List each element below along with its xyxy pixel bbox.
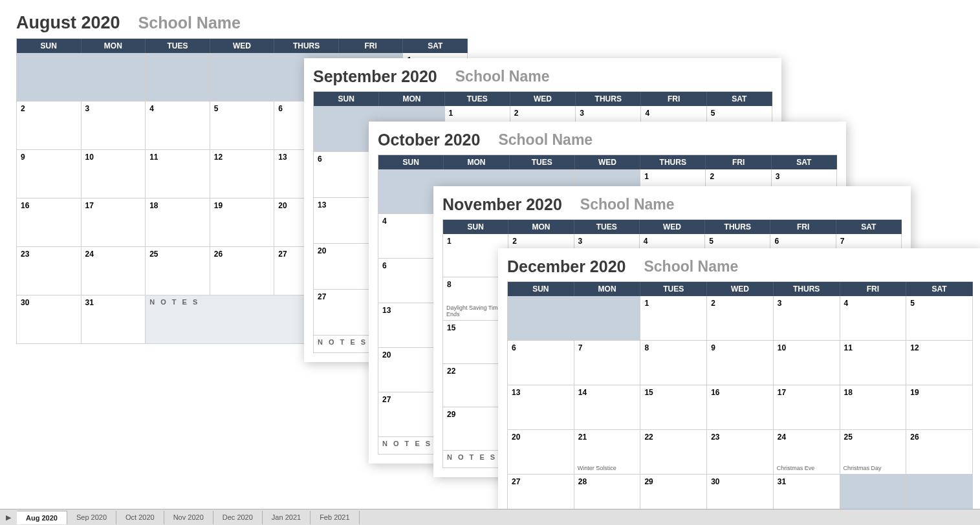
day-number: 23 — [21, 250, 29, 259]
day-header: SUN — [508, 282, 574, 296]
calendar-cell[interactable]: 9 — [707, 341, 774, 385]
calendar-cell[interactable]: 3 — [774, 296, 840, 341]
sheet-tab[interactable]: Oct 2020 — [116, 511, 164, 524]
notes-label: N O T E S — [447, 453, 497, 461]
day-header: SAT — [906, 282, 973, 296]
day-number: 6 — [318, 155, 322, 164]
day-header: THURS — [774, 282, 840, 296]
calendar-december: December 2020 School Name SUNMONTUESWEDT… — [498, 248, 980, 525]
calendar-cell[interactable]: 19 — [906, 385, 973, 430]
calendar-cell[interactable]: 18 — [840, 385, 907, 430]
day-number: 20 — [512, 433, 520, 442]
calendar-cell[interactable]: 24 — [82, 247, 146, 295]
calendar-cell[interactable]: 24Christmas Eve — [774, 430, 840, 475]
calendar-cell[interactable] — [146, 53, 210, 102]
event-label: Christmas Eve — [777, 466, 815, 472]
day-header: SUN — [378, 155, 444, 169]
calendar-cell[interactable]: 4 — [146, 102, 210, 150]
day-header: SAT — [403, 39, 468, 53]
calendar-cell[interactable]: 5 — [210, 102, 275, 150]
calendar-cell[interactable]: 20 — [508, 430, 574, 475]
day-number: 30 — [21, 298, 29, 307]
calendar-cell[interactable]: 10 — [82, 150, 146, 198]
calendar-cell[interactable]: 16 — [707, 385, 774, 430]
calendar-title-row: September 2020 School Name — [313, 67, 772, 91]
day-number: 6 — [774, 237, 779, 246]
calendar-cell[interactable]: 7 — [574, 341, 641, 385]
calendar-cell[interactable]: 14 — [574, 385, 641, 430]
day-number: 3 — [85, 104, 90, 113]
calendar-cell[interactable]: 30 — [17, 295, 82, 344]
calendar-cell[interactable] — [17, 53, 82, 102]
day-number: 4 — [149, 104, 154, 113]
day-number: 3 — [580, 109, 584, 118]
day-number: 26 — [214, 250, 223, 259]
calendar-cell[interactable]: 10 — [774, 341, 840, 385]
sheet-tab[interactable]: Sep 2020 — [67, 511, 116, 524]
calendar-cell[interactable]: 22 — [640, 430, 707, 475]
sheet-tab[interactable]: Dec 2020 — [213, 511, 263, 524]
calendar-cell[interactable]: 2 — [707, 296, 774, 341]
calendar-cell[interactable] — [210, 53, 275, 102]
calendar-cell[interactable]: 13 — [508, 385, 574, 430]
calendar-cell[interactable]: 8 — [640, 341, 707, 385]
day-header: WED — [210, 39, 275, 53]
day-number: 6 — [278, 104, 283, 113]
calendar-cell[interactable]: 25 — [146, 247, 210, 295]
sheet-tab[interactable]: Jan 2021 — [263, 511, 310, 524]
day-number: 16 — [711, 388, 719, 397]
calendar-cell[interactable]: 19 — [210, 198, 275, 247]
day-number: 13 — [512, 388, 520, 397]
calendar-cell[interactable]: 9 — [17, 150, 82, 198]
calendar-cell[interactable]: 17 — [774, 385, 840, 430]
day-number: 2 — [710, 172, 714, 181]
event-label: Winter Solstice — [578, 466, 616, 472]
day-number: 30 — [711, 477, 719, 486]
sheet-tab[interactable]: Aug 2020 — [17, 511, 67, 524]
calendar-cell[interactable]: 21Winter Solstice — [574, 430, 641, 475]
calendar-cell[interactable]: 2 — [17, 102, 82, 150]
calendar-cell[interactable]: 1 — [640, 296, 707, 341]
day-number: 28 — [578, 477, 587, 486]
day-number: 6 — [512, 343, 516, 352]
day-header: SAT — [836, 220, 902, 234]
calendar-cell[interactable]: 12 — [906, 341, 973, 385]
day-number: 2 — [514, 109, 519, 118]
calendar-cell[interactable]: 25Christmas Day — [840, 430, 907, 475]
day-header: FRI — [770, 220, 836, 234]
day-header: SUN — [17, 39, 82, 53]
calendar-cell[interactable]: 31 — [82, 295, 146, 344]
calendar-cell[interactable]: 15 — [640, 385, 707, 430]
sheet-tab[interactable]: Feb 2021 — [310, 511, 359, 524]
calendar-cell[interactable]: 23 — [17, 247, 82, 295]
day-number: 27 — [512, 477, 520, 486]
day-number: 25 — [844, 433, 853, 442]
sheet-tab[interactable]: Nov 2020 — [164, 511, 213, 524]
calendar-cell[interactable]: 11 — [146, 150, 210, 198]
day-number: 27 — [278, 250, 287, 259]
calendar-cell[interactable]: 12 — [210, 150, 275, 198]
tab-nav-right-icon[interactable]: ▶ — [0, 513, 17, 522]
calendar-cell[interactable]: 11 — [840, 341, 907, 385]
calendar-cell[interactable]: 4 — [840, 296, 907, 341]
day-number: 21 — [578, 433, 587, 442]
calendar-cell[interactable]: 17 — [82, 198, 146, 247]
calendar-cell[interactable]: 3 — [82, 102, 146, 150]
calendar-cell[interactable] — [82, 53, 146, 102]
calendar-cell[interactable]: 6 — [508, 341, 574, 385]
calendar-cell[interactable]: 23 — [707, 430, 774, 475]
day-header: MON — [444, 155, 509, 169]
day-number: 1 — [447, 237, 452, 246]
day-number: 7 — [840, 237, 845, 246]
calendar-cell[interactable]: 16 — [17, 198, 82, 247]
calendar-cell[interactable]: 18 — [146, 198, 210, 247]
calendar-cell[interactable] — [508, 296, 574, 341]
calendar-cell[interactable]: 26 — [906, 430, 973, 475]
calendar-cell[interactable]: 5 — [906, 296, 973, 341]
calendar-cell[interactable]: 26 — [210, 247, 275, 295]
day-number: 20 — [278, 201, 287, 210]
day-number: 5 — [709, 237, 713, 246]
day-number: 1 — [644, 299, 649, 308]
calendar-cell[interactable] — [574, 296, 641, 341]
month-year-label: November 2020 — [442, 195, 562, 214]
